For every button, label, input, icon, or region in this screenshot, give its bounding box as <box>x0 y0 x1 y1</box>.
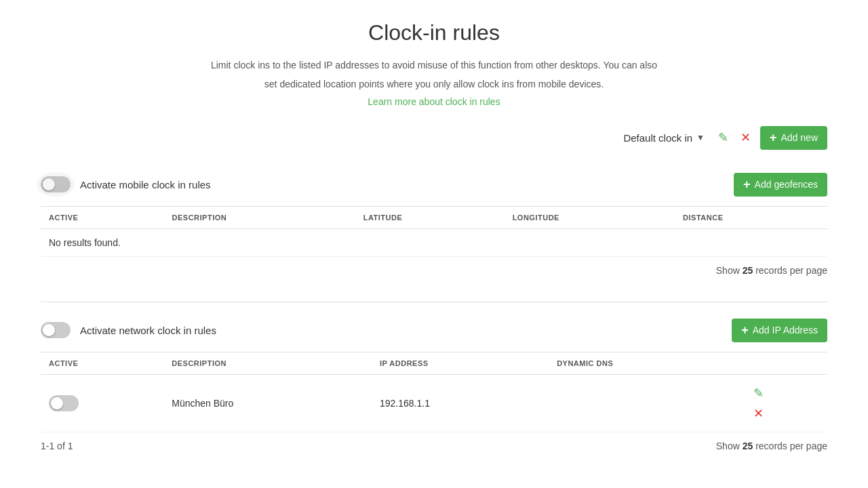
network-section-label: Activate network clock in rules <box>80 325 216 336</box>
geofence-no-results: No results found. <box>41 228 827 256</box>
row-active-cell <box>41 374 163 432</box>
plus-icon: + <box>743 178 751 192</box>
geofence-records-per-page: Show 25 records per page <box>716 265 827 276</box>
network-section-header: Activate network clock in rules + Add IP… <box>41 309 827 352</box>
edit-button[interactable]: ✎ <box>715 127 731 148</box>
net-col-dns: DYNAMIC DNS <box>549 352 743 375</box>
net-col-ip: IP ADDRESS <box>372 352 549 375</box>
col-distance: DISTANCE <box>675 207 827 229</box>
geofence-section: Activate mobile clock in rules + Add geo… <box>41 163 827 281</box>
network-records-per-page: Show 25 records per page <box>716 441 827 451</box>
network-page-info: 1-1 of 1 <box>41 441 73 451</box>
geofence-no-results-row: No results found. <box>41 228 827 256</box>
learn-more-link[interactable]: Learn more about clock in rules <box>41 96 827 107</box>
row-delete-button[interactable]: ✕ <box>751 403 766 424</box>
geofence-toggle-thumb <box>43 178 55 190</box>
section-divider <box>41 302 827 302</box>
add-new-button[interactable]: + Add new <box>760 126 827 150</box>
net-col-active: ACTIVE <box>41 352 163 375</box>
geofence-table: ACTIVE DESCRIPTION LATITUDE LONGITUDE DI… <box>41 207 827 257</box>
network-records-count: 25 <box>743 441 753 451</box>
plus-icon: + <box>770 131 777 145</box>
page-description-line2: set dedicated location points where you … <box>41 77 827 92</box>
toolbar-row: Default clock in ▼ ✎ ✕ + Add new <box>41 126 827 150</box>
row-dynamic-dns <box>549 374 743 432</box>
net-col-description: DESCRIPTION <box>163 352 372 375</box>
row-toggle-thumb <box>51 397 63 409</box>
col-longitude: LONGITUDE <box>505 207 675 229</box>
row-edit-button[interactable]: ✎ <box>751 383 766 403</box>
row-toggle[interactable] <box>49 395 155 411</box>
default-clock-in-dropdown[interactable]: Default clock in ▼ <box>619 129 709 146</box>
col-latitude: LATITUDE <box>355 207 505 229</box>
geofence-table-header-row: ACTIVE DESCRIPTION LATITUDE LONGITUDE DI… <box>41 207 827 229</box>
add-ip-address-button[interactable]: + Add IP Address <box>732 319 827 342</box>
table-row: München Büro 192.168.1.1 ✎ ✕ <box>41 374 827 432</box>
network-toggle-thumb <box>43 324 55 336</box>
geofence-pagination: Show 25 records per page <box>41 257 827 281</box>
network-pagination: 1-1 of 1 Show 25 records per page <box>41 432 827 457</box>
add-new-label: Add new <box>781 132 818 143</box>
dropdown-label: Default clock in <box>623 132 692 144</box>
row-actions: ✎ ✕ <box>743 374 827 432</box>
edit-icon: ✎ <box>718 130 728 145</box>
page-title: Clock-in rules <box>41 20 827 45</box>
add-geofences-button[interactable]: + Add geofences <box>734 173 827 197</box>
page-description-line1: Limit clock ins to the listed IP address… <box>41 58 827 73</box>
network-table-header-row: ACTIVE DESCRIPTION IP ADDRESS DYNAMIC DN… <box>41 352 827 375</box>
network-section: Activate network clock in rules + Add IP… <box>41 309 827 457</box>
row-ip-address: 192.168.1.1 <box>372 374 549 432</box>
row-description: München Büro <box>163 374 372 432</box>
col-active: ACTIVE <box>41 207 164 229</box>
plus-icon: + <box>741 323 749 338</box>
network-toggle-track <box>41 322 71 338</box>
delete-button[interactable]: ✕ <box>738 127 753 148</box>
network-section-left: Activate network clock in rules <box>41 322 216 338</box>
geofence-section-header: Activate mobile clock in rules + Add geo… <box>41 163 827 207</box>
close-icon: ✕ <box>741 130 751 145</box>
add-ip-address-label: Add IP Address <box>753 325 818 336</box>
geofence-section-label: Activate mobile clock in rules <box>80 179 211 190</box>
geofence-toggle-track <box>41 176 71 192</box>
row-toggle-track <box>49 395 79 411</box>
network-table: ACTIVE DESCRIPTION IP ADDRESS DYNAMIC DN… <box>41 352 827 432</box>
geofence-records-count: 25 <box>743 265 753 276</box>
col-description: DESCRIPTION <box>164 207 355 229</box>
network-toggle[interactable] <box>41 322 71 338</box>
add-geofences-label: Add geofences <box>755 179 818 190</box>
chevron-down-icon: ▼ <box>696 133 705 142</box>
geofence-section-left: Activate mobile clock in rules <box>41 176 211 192</box>
geofence-toggle[interactable] <box>41 176 71 192</box>
net-col-actions <box>743 352 827 375</box>
